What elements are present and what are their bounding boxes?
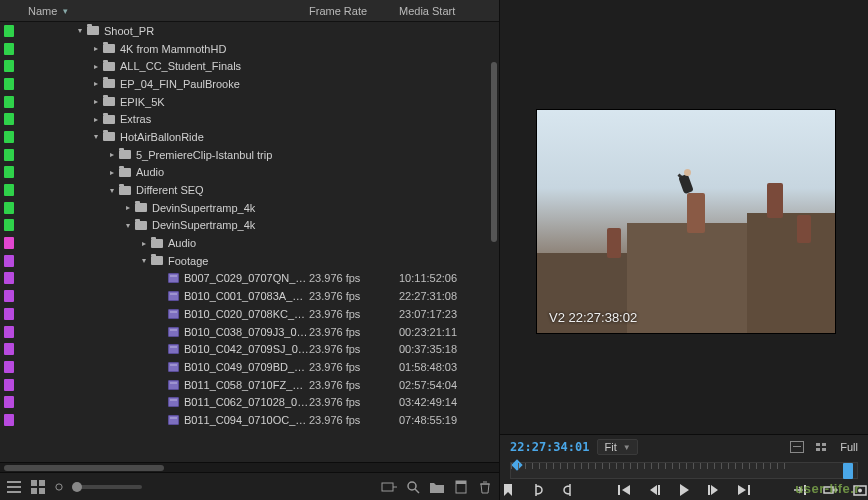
row-label: EPIK_5K — [120, 96, 309, 108]
folder-icon — [118, 166, 132, 178]
viewer-area[interactable]: V2 22:27:38:02 — [500, 0, 868, 434]
clip-row[interactable]: B010_C038_0709J3_001.mov.mov23.976 fps00… — [0, 323, 499, 341]
step-forward-button[interactable] — [706, 482, 722, 498]
disclosure-triangle-icon[interactable]: ▾ — [74, 26, 86, 35]
new-item-button[interactable] — [453, 479, 469, 495]
bin-row[interactable]: ▾Footage — [0, 252, 499, 270]
svg-rect-2 — [7, 491, 21, 493]
thumbnail-size-slider[interactable] — [72, 485, 142, 489]
disclosure-triangle-icon[interactable]: ▾ — [90, 132, 102, 141]
column-header-media-start[interactable]: Media Start — [399, 5, 499, 17]
bin-row[interactable]: ▸ALL_CC_Student_Finals — [0, 57, 499, 75]
vertical-scrollbar[interactable] — [491, 22, 497, 462]
clip-row[interactable]: B010_C001_07083A_001.mov.mov23.976 fps22… — [0, 287, 499, 305]
bin-row[interactable]: ▸DevinSupertramp_4k — [0, 199, 499, 217]
disclosure-triangle-icon[interactable]: ▸ — [90, 115, 102, 124]
bin-row[interactable]: ▸Audio — [0, 234, 499, 252]
column-header-frame-rate[interactable]: Frame Rate — [309, 5, 399, 17]
label-color-tag — [4, 343, 14, 355]
monitor-timeline[interactable] — [510, 462, 858, 479]
icon-view-button[interactable] — [30, 479, 46, 495]
label-color-tag — [4, 43, 14, 55]
list-view-button[interactable] — [6, 479, 22, 495]
freeform-view-button[interactable] — [54, 479, 64, 495]
folder-icon — [102, 96, 116, 108]
disclosure-triangle-icon[interactable]: ▾ — [138, 256, 150, 265]
clear-button[interactable] — [477, 479, 493, 495]
clip-row[interactable]: B007_C029_0707QN_001.mov.mov23.976 fps10… — [0, 270, 499, 288]
svg-rect-5 — [31, 488, 37, 494]
disclosure-triangle-icon[interactable]: ▸ — [90, 44, 102, 53]
disclosure-triangle-icon[interactable]: ▾ — [106, 186, 118, 195]
bin-row[interactable]: ▾Different SEQ — [0, 181, 499, 199]
insert-button[interactable] — [792, 482, 808, 498]
disclosure-triangle-icon[interactable]: ▸ — [122, 203, 134, 212]
label-color-tag — [4, 326, 14, 338]
frame-rate-cell: 23.976 fps — [309, 290, 399, 302]
folder-icon — [118, 149, 132, 161]
scrollbar-thumb[interactable] — [491, 62, 497, 242]
svg-rect-1 — [7, 486, 21, 488]
find-button[interactable] — [405, 479, 421, 495]
row-label: B010_C020_0708KC_001.mov.mov — [184, 308, 309, 320]
row-label: DevinSupertramp_4k — [152, 219, 309, 231]
go-to-in-button[interactable] — [616, 482, 632, 498]
row-label: B010_C049_0709BD_001.mov.mov — [184, 361, 309, 373]
play-button[interactable] — [676, 482, 692, 498]
clip-row[interactable]: B011_C062_071028_001.mov.mov23.976 fps03… — [0, 393, 499, 411]
automate-to-sequence-icon[interactable] — [381, 479, 397, 495]
clip-row[interactable]: B011_C058_0710FZ_001.mov.mov23.976 fps02… — [0, 376, 499, 394]
clip-row[interactable]: B010_C049_0709BD_001.mov.mov23.976 fps01… — [0, 358, 499, 376]
clip-icon — [166, 396, 180, 408]
bin-row[interactable]: ▾DevinSupertramp_4k — [0, 217, 499, 235]
project-tree[interactable]: ▾Shoot_PR▸4K from MammothHD▸ALL_CC_Stude… — [0, 22, 499, 462]
new-bin-button[interactable] — [429, 479, 445, 495]
bin-row[interactable]: ▾Shoot_PR — [0, 22, 499, 40]
disclosure-triangle-icon[interactable]: ▸ — [90, 62, 102, 71]
bin-row[interactable]: ▸EPIK_5K — [0, 93, 499, 111]
mark-in-button[interactable] — [530, 482, 546, 498]
bin-row[interactable]: ▾HotAirBallonRide — [0, 128, 499, 146]
disclosure-triangle-icon[interactable]: ▸ — [138, 239, 150, 248]
clip-row[interactable]: B011_C094_0710OC_001.mov.mov23.976 fps07… — [0, 411, 499, 429]
step-back-button[interactable] — [646, 482, 662, 498]
row-label: Footage — [168, 255, 309, 267]
folder-icon — [102, 78, 116, 90]
disclosure-triangle-icon[interactable]: ▸ — [90, 97, 102, 106]
svg-point-24 — [858, 488, 862, 492]
resolution-label[interactable]: Full — [840, 441, 858, 453]
slider-knob[interactable] — [72, 482, 82, 492]
zoom-label: Fit — [604, 441, 616, 453]
disclosure-triangle-icon[interactable]: ▸ — [106, 168, 118, 177]
disclosure-triangle-icon[interactable]: ▸ — [90, 79, 102, 88]
go-to-out-button[interactable] — [736, 482, 752, 498]
column-header-name[interactable]: Name ▾ — [0, 5, 309, 17]
row-label: 5_PremiereClip-Istanbul trip — [136, 149, 309, 161]
export-frame-button[interactable] — [852, 482, 868, 498]
horizontal-scrollbar-thumb[interactable] — [4, 465, 164, 471]
horizontal-scrollbar[interactable] — [0, 462, 499, 472]
clip-row[interactable]: B010_C042_0709SJ_001.mov.mov23.976 fps00… — [0, 340, 499, 358]
safe-margins-icon[interactable] — [814, 439, 830, 455]
mark-out-button[interactable] — [560, 482, 576, 498]
bin-row[interactable]: ▸4K from MammothHD — [0, 40, 499, 58]
label-color-tag — [4, 290, 14, 302]
media-start-cell: 02:57:54:04 — [399, 379, 499, 391]
add-marker-button[interactable] — [500, 482, 516, 498]
transport-controls — [500, 479, 868, 500]
playhead-timecode[interactable]: 22:27:34:01 — [510, 440, 589, 454]
column-header-row: Name ▾ Frame Rate Media Start — [0, 0, 499, 22]
folder-icon — [102, 131, 116, 143]
bin-row[interactable]: ▸Audio — [0, 164, 499, 182]
bin-row[interactable]: ▸EP_04_FIN_PaulBrooke — [0, 75, 499, 93]
settings-view-icon[interactable] — [790, 441, 804, 453]
row-label: Different SEQ — [136, 184, 309, 196]
disclosure-triangle-icon[interactable]: ▾ — [122, 221, 134, 230]
figure-person — [675, 167, 699, 203]
bin-row[interactable]: ▸5_PremiereClip-Istanbul trip — [0, 146, 499, 164]
overwrite-button[interactable] — [822, 482, 838, 498]
bin-row[interactable]: ▸Extras — [0, 110, 499, 128]
clip-row[interactable]: B010_C020_0708KC_001.mov.mov23.976 fps23… — [0, 305, 499, 323]
disclosure-triangle-icon[interactable]: ▸ — [106, 150, 118, 159]
zoom-dropdown[interactable]: Fit ▼ — [597, 439, 637, 455]
